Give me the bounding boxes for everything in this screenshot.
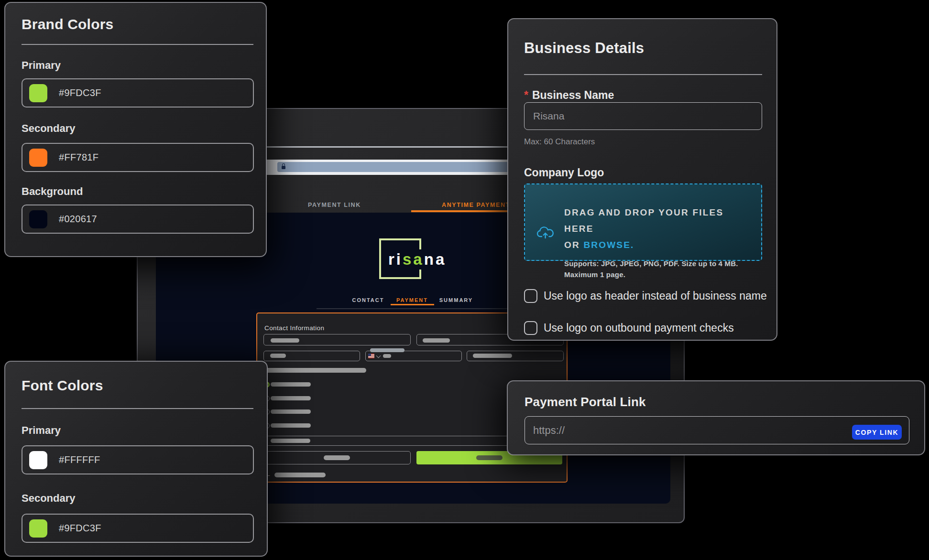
dropzone-support-text: Supports: JPG, JPEG, PNG, PDF. Size up t…	[564, 258, 751, 280]
max-characters-hint: Max: 60 Characters	[524, 137, 595, 147]
brand-secondary-input[interactable]: #FF781F	[22, 143, 254, 172]
text-bar	[262, 368, 366, 373]
brand-primary-label: Primary	[22, 59, 61, 72]
brand-primary-value: #9FDC3F	[59, 87, 101, 98]
use-logo-header-checkbox[interactable]	[524, 289, 537, 303]
tab-payment-link[interactable]: PAYMENT LINK	[308, 202, 361, 208]
divider	[524, 74, 762, 75]
logo-part-3: na	[424, 250, 447, 268]
font-colors-title: Font Colors	[22, 377, 103, 394]
business-name-label-text: Business Name	[532, 89, 614, 101]
placeholder-bar	[473, 354, 512, 358]
button-label-bar	[476, 455, 503, 460]
floating-label-bar	[370, 348, 404, 352]
brand-secondary-label: Secondary	[22, 122, 76, 135]
font-primary-label: Primary	[22, 424, 61, 437]
active-tab-underline	[411, 210, 517, 212]
step-payment[interactable]: PAYMENT	[396, 297, 428, 303]
font-primary-input[interactable]: #FFFFFF	[22, 445, 254, 474]
radio-label-bar	[271, 409, 311, 414]
tab-anytime-payments[interactable]: ANYTIME PAYMENTS	[442, 202, 515, 208]
dropzone-text: DRAG AND DROP YOUR FILES HERE OR BROWSE.…	[564, 205, 751, 280]
placeholder-bar	[270, 354, 286, 358]
logo-dropzone[interactable]: DRAG AND DROP YOUR FILES HERE OR BROWSE.…	[524, 183, 762, 261]
use-logo-checks-label: Use logo on outbound payment checks	[544, 319, 773, 337]
business-name-input[interactable]: Risana	[524, 102, 762, 130]
font-colors-panel: Font Colors Primary #FFFFFF Secondary #9…	[4, 361, 268, 557]
max-pages-line: Maximum 1 page.	[564, 269, 751, 280]
logo-part-1: ri	[388, 250, 403, 268]
dropzone-line1: DRAG AND DROP YOUR FILES HERE OR BROWSE.	[564, 205, 751, 253]
font-primary-value: #FFFFFF	[59, 454, 100, 465]
copy-link-button[interactable]: COPY LINK	[852, 425, 902, 440]
browse-link[interactable]: BROWSE.	[583, 240, 634, 250]
divider	[22, 408, 253, 409]
brand-secondary-swatch	[29, 149, 47, 167]
business-name-value: Risana	[533, 110, 564, 122]
portal-link-input[interactable]: https:// COPY LINK	[525, 416, 909, 444]
cloud-upload-icon	[536, 226, 555, 240]
us-flag-icon	[368, 354, 374, 358]
brand-colors-panel: Brand Colors Primary #9FDC3F Secondary #…	[4, 2, 267, 257]
placeholder-bar	[423, 338, 450, 343]
brand-background-swatch	[29, 210, 47, 228]
business-details-panel: Business Details *Business Name Risana M…	[507, 18, 777, 341]
brand-secondary-value: #FF781F	[59, 152, 98, 163]
required-asterisk: *	[524, 89, 528, 101]
radio-label-bar	[271, 423, 311, 428]
divider	[22, 44, 253, 45]
brand-background-value: #020617	[59, 214, 97, 225]
checkbox-row-header: Use logo as header instead of business n…	[524, 289, 773, 305]
step-summary[interactable]: SUMMARY	[439, 297, 473, 303]
supports-line: Supports: JPG, JPEG, PNG, PDF. Size up t…	[564, 258, 751, 269]
business-details-title: Business Details	[524, 40, 644, 57]
brand-primary-swatch	[29, 84, 47, 102]
font-secondary-value: #9FDC3F	[59, 523, 101, 534]
logo-part-2: sa	[403, 250, 424, 268]
risana-logo: risana	[385, 249, 449, 269]
brand-primary-input[interactable]: #9FDC3F	[22, 78, 254, 108]
dropzone-or: OR	[564, 240, 583, 250]
font-secondary-input[interactable]: #9FDC3F	[22, 514, 254, 543]
back-label-bar	[274, 473, 326, 477]
portal-link-placeholder: https://	[533, 424, 565, 437]
contact-form-title: Contact Information	[264, 324, 324, 332]
placeholder-bar	[271, 439, 310, 443]
placeholder-bar	[271, 338, 299, 343]
button-label-bar	[324, 455, 350, 460]
font-primary-swatch	[29, 451, 47, 469]
active-step-underline	[391, 304, 434, 305]
use-logo-checks-checkbox[interactable]	[524, 321, 537, 335]
lock-icon	[282, 166, 285, 169]
font-secondary-label: Secondary	[22, 492, 76, 505]
font-secondary-swatch	[29, 519, 47, 538]
use-logo-header-label: Use logo as header instead of business n…	[544, 287, 773, 305]
radio-label-bar	[271, 382, 311, 387]
placeholder-bar	[383, 354, 391, 358]
payment-portal-title: Payment Portal Link	[525, 395, 646, 409]
step-contact[interactable]: CONTACT	[352, 297, 384, 303]
brand-background-input[interactable]: #020617	[22, 205, 254, 234]
brand-colors-title: Brand Colors	[22, 16, 113, 32]
company-logo-label: Company Logo	[524, 166, 604, 179]
brand-background-label: Background	[22, 185, 83, 198]
payment-portal-panel: Payment Portal Link https:// COPY LINK	[507, 380, 925, 455]
checkbox-row-checks: Use logo on outbound payment checks	[524, 321, 773, 337]
radio-label-bar	[271, 396, 311, 400]
business-name-label: *Business Name	[524, 89, 614, 102]
